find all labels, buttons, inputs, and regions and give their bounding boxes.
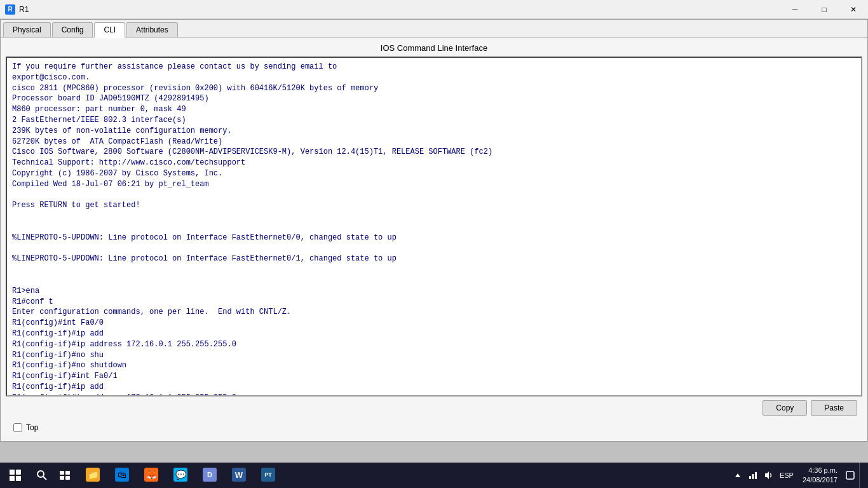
start-button[interactable] [0,463,31,488]
svg-rect-9 [755,472,757,479]
svg-rect-3 [65,471,70,475]
buttons-row: Copy Paste [6,396,862,419]
file-explorer-icon: 📁 [86,468,100,482]
notification-icon[interactable] [844,469,857,482]
windows-icon [10,470,21,481]
tab-physical[interactable]: Physical [3,22,51,37]
taskbar-app-file-explorer[interactable]: 📁 [79,463,107,488]
cli-title: IOS Command Line Interface [6,43,862,53]
terminal-text: If you require further assistance please… [12,62,856,395]
minimize-button[interactable]: ─ [780,0,810,19]
main-window: Physical Config CLI Attributes IOS Comma… [0,19,868,442]
task-view-button[interactable] [53,463,76,488]
maximize-button[interactable]: □ [810,0,839,19]
tab-bar: Physical Config CLI Attributes [1,20,867,38]
svg-rect-7 [749,476,751,479]
packet-tracer-icon: PT [261,468,275,482]
store-icon: 🛍 [115,468,129,482]
chevron-up-icon[interactable] [731,469,744,482]
skype-icon: 💬 [173,468,187,482]
taskbar-app-skype[interactable]: 💬 [166,463,194,488]
taskbar-clock[interactable]: 4:36 p.m. 24/08/2017 [799,466,841,485]
taskbar-app-packet-tracer[interactable]: PT [254,463,282,488]
tab-config[interactable]: Config [52,22,93,37]
title-bar: R R1 ─ □ ✕ [0,0,868,19]
cli-section: IOS Command Line Interface If you requir… [1,38,867,441]
svg-rect-11 [846,471,854,479]
taskbar-right: ESP 4:36 p.m. 24/08/2017 [731,463,868,488]
window-title: R1 [19,5,29,14]
search-icon [37,470,47,480]
top-label: Top [26,423,38,432]
svg-rect-5 [65,476,70,480]
word-icon: W [232,468,246,482]
clock-time: 4:36 p.m. [803,466,837,475]
close-button[interactable]: ✕ [839,0,868,19]
taskbar-app-firefox[interactable]: 🦊 [137,463,165,488]
svg-line-1 [43,477,46,480]
taskbar-apps: 📁 🛍 🦊 💬 D W PT [79,463,282,488]
taskbar-app-discord[interactable]: D [196,463,224,488]
language-indicator[interactable]: ESP [777,471,796,479]
svg-marker-6 [735,473,740,477]
top-checkbox[interactable] [13,423,22,432]
discord-icon: D [203,468,217,482]
svg-point-0 [37,471,44,477]
firefox-icon: 🦊 [144,468,158,482]
window-controls: ─ □ ✕ [780,0,868,19]
svg-rect-2 [60,471,64,475]
svg-marker-10 [765,471,769,479]
svg-rect-8 [752,474,754,479]
svg-rect-4 [60,476,64,480]
clock-date: 24/08/2017 [803,475,837,485]
taskbar-app-word[interactable]: W [225,463,253,488]
taskbar-app-store[interactable]: 🛍 [108,463,136,488]
terminal-wrapper: If you require further assistance please… [6,57,862,396]
taskbar-search[interactable] [31,463,53,488]
copy-button[interactable]: Copy [763,400,807,416]
paste-button[interactable]: Paste [811,400,857,416]
checkbox-row: Top [6,419,862,436]
tab-attributes[interactable]: Attributes [126,22,178,37]
show-desktop-button[interactable] [859,463,863,488]
task-view-icon [60,471,70,480]
volume-icon[interactable] [762,469,775,482]
taskbar: 📁 🛍 🦊 💬 D W PT ESP [0,463,868,488]
terminal-content[interactable]: If you require further assistance please… [7,58,861,395]
network-icon[interactable] [747,469,759,482]
tab-cli[interactable]: CLI [94,22,125,38]
app-icon: R [5,4,15,15]
